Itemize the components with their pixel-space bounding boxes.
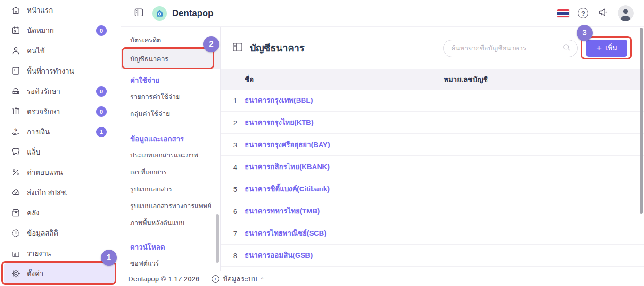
table-row[interactable]: 2 ธนาคารกรุงไทย(KTB): [221, 112, 644, 134]
sidebar-item-label: การเงิน: [27, 126, 50, 138]
sidebar-item-label: ส่งเบิก สปสช.: [27, 187, 68, 198]
submenu-label: ประเภทเอกสารและภาพ: [130, 150, 198, 160]
sidebar-item-examination[interactable]: ตรวจรักษา 0: [0, 101, 120, 122]
submenu-item-bank-account[interactable]: บัญชีธนาคาร: [121, 49, 220, 69]
count-badge: 0: [96, 25, 107, 36]
sidebar-item-lab[interactable]: แล็บ: [0, 142, 120, 162]
submenu-section-expenses: ค่าใช้จ่าย: [121, 73, 220, 88]
table-row[interactable]: 4 ธนาคารกสิกรไทย(KBANK): [221, 156, 644, 178]
money-hand-icon: $: [10, 127, 21, 137]
workspace-icon: [10, 66, 21, 76]
app-window: หน้าแรก นัดหมาย 0 คนไข้ พื้นที่การทำงาน …: [0, 0, 644, 286]
sidebar-item-finance[interactable]: $ การเงิน 1: [0, 122, 120, 142]
count-badge: 0: [96, 106, 107, 117]
row-index: 1: [228, 97, 242, 105]
calendar-icon: [10, 25, 21, 36]
submenu-item-document-number[interactable]: เลขที่เอกสาร: [121, 163, 220, 180]
sidebar-item-label: ตรวจรักษา: [27, 106, 60, 117]
svg-text:$: $: [14, 127, 17, 132]
bank-name-link[interactable]: ธนาคารกรุงไทย(KTB): [245, 117, 444, 128]
submenu-label: กลุ่มค่าใช้จ่าย: [130, 108, 170, 119]
bank-name-link[interactable]: ธนาคารกรุงศรีอยุธยา(BAY): [245, 139, 444, 150]
bank-name-link[interactable]: ธนาคารซิตี้แบงค์(Citibank): [245, 183, 444, 195]
submenu-item-document-types[interactable]: ประเภทเอกสารและภาพ: [121, 147, 220, 163]
copyright-text: Dentapop © 1.17 2026: [128, 275, 199, 283]
brand-name: Dentapop: [172, 8, 214, 18]
page-scrollbar-thumb[interactable]: [640, 28, 643, 214]
sidebar-item-label: รอคิวรักษา: [27, 86, 60, 97]
table-row[interactable]: 3 ธนาคารกรุงศรีอยุธยา(BAY): [221, 134, 644, 156]
page-panel-icon: [231, 41, 244, 55]
bank-name-link[interactable]: ธนาคารกสิกรไทย(KBANK): [245, 161, 444, 172]
submenu-item-software[interactable]: ซอฟต์แวร์: [121, 255, 220, 271]
sidebar-toggle-icon[interactable]: [133, 7, 144, 20]
thai-flag-language-icon[interactable]: [557, 9, 569, 17]
sidebar-item-treatment-queue[interactable]: รอคิวรักษา 0: [0, 81, 120, 101]
main-sidebar: หน้าแรก นัดหมาย 0 คนไข้ พื้นที่การทำงาน …: [0, 0, 120, 286]
submenu-label: รายการค่าใช้จ่าย: [130, 91, 180, 102]
table-row[interactable]: 8 ธนาคารออมสิน(GSB): [221, 245, 644, 267]
sidebar-item-nhso-claims[interactable]: ส่งเบิก สปสช.: [0, 182, 120, 203]
announcements-megaphone-icon[interactable]: [597, 7, 609, 20]
sidebar-item-label: ค่าตอบแทน: [27, 167, 63, 178]
sidebar-item-reports[interactable]: รายงาน: [0, 243, 120, 263]
submenu-label: รูปแบบเอกสาร: [130, 184, 172, 194]
submenu-item-expense-groups[interactable]: กลุ่มค่าใช้จ่าย: [121, 105, 220, 122]
submenu-item-template-background[interactable]: ภาพพื้นหลังต้นแบบ: [121, 214, 220, 231]
bank-accounts-table: ชื่อ หมายเลขบัญชี 1 ธนาคารกรุงเทพ(BBL) 2…: [221, 69, 644, 267]
sidebar-item-workspace[interactable]: พื้นที่การทำงาน: [0, 61, 120, 81]
submenu-item-medical-document-format[interactable]: รูปแบบเอกสารทางการแพทย์: [121, 197, 220, 214]
row-index: 8: [228, 252, 242, 260]
sidebar-item-home[interactable]: หน้าแรก: [0, 0, 120, 20]
user-avatar[interactable]: [618, 5, 634, 21]
sidebar-item-inventory[interactable]: คลัง: [0, 203, 120, 223]
submenu-section-data-documents: ข้อมูลและเอกสาร: [121, 131, 220, 147]
submenu-scrollbar-thumb[interactable]: [216, 214, 219, 263]
system-info-toggle[interactable]: i ข้อมูลระบบ ^: [212, 273, 263, 285]
stats-gauge-icon: [10, 228, 21, 238]
table-row[interactable]: 6 ธนาคารทหารไทย(TMB): [221, 200, 644, 222]
row-index: 7: [228, 229, 242, 237]
bank-name-link[interactable]: ธนาคารทหารไทย(TMB): [245, 205, 444, 217]
search-input[interactable]: [451, 44, 562, 52]
sidebar-item-label: รายงาน: [27, 248, 51, 259]
page-title: บัญชีธนาคาร: [250, 41, 305, 56]
table-row[interactable]: 7 ธนาคารไทยพาณิชย์(SCB): [221, 222, 644, 245]
submenu-label: ซอฟต์แวร์: [130, 258, 159, 269]
column-header-account: หมายเลขบัญชี: [444, 74, 644, 85]
dental-chair-icon: [10, 86, 21, 97]
sidebar-item-statistics[interactable]: ข้อมูลสถิติ: [0, 223, 120, 243]
help-icon[interactable]: ?: [578, 8, 588, 18]
bank-name-link[interactable]: ธนาคารไทยพาณิชย์(SCB): [245, 228, 444, 239]
sidebar-item-label: คนไข้: [27, 45, 45, 57]
sidebar-item-compensation[interactable]: ค่าตอบแทน: [0, 162, 120, 182]
table-row[interactable]: 1 ธนาคารกรุงเทพ(BBL): [221, 90, 644, 112]
submenu-item-expense-list[interactable]: รายการค่าใช้จ่าย: [121, 88, 220, 105]
submenu-label: เลขที่เอกสาร: [130, 167, 167, 177]
bank-name-link[interactable]: ธนาคารออมสิน(GSB): [245, 250, 444, 261]
table-header-row: ชื่อ หมายเลขบัญชี: [221, 69, 644, 90]
table-row[interactable]: 5 ธนาคารซิตี้แบงค์(Citibank): [221, 178, 644, 200]
cloud-check-icon: [10, 188, 21, 198]
sidebar-item-settings[interactable]: ตั้งค่า: [4, 263, 116, 284]
sidebar-item-label: ตั้งค่า: [27, 268, 44, 279]
submenu-item-document-format[interactable]: รูปแบบเอกสาร: [121, 180, 220, 197]
sidebar-item-label: หน้าแรก: [27, 5, 53, 16]
submenu-label: บัญชีธนาคาร: [130, 54, 168, 64]
row-index: 6: [228, 207, 242, 215]
settings-submenu: บัตรเครดิต บัญชีธนาคาร ค่าใช้จ่าย รายการ…: [121, 27, 221, 271]
header-actions: ?: [557, 5, 634, 21]
add-button[interactable]: + เพิ่ม: [586, 40, 627, 57]
sidebar-item-appointments[interactable]: นัดหมาย 0: [0, 20, 120, 41]
inventory-box-icon: [10, 208, 21, 218]
submenu-label: บัตรเครดิต: [130, 35, 161, 45]
sidebar-item-patients[interactable]: คนไข้: [0, 41, 120, 61]
search-box: [443, 40, 578, 57]
app-footer: Dentapop © 1.17 2026 i ข้อมูลระบบ ^: [121, 271, 644, 286]
submenu-item-credit-card[interactable]: บัตรเครดิต: [121, 32, 220, 49]
bank-name-link[interactable]: ธนาคารกรุงเทพ(BBL): [245, 95, 444, 106]
row-index: 2: [228, 119, 242, 127]
top-header: Dentapop ?: [121, 0, 644, 27]
report-chart-icon: [10, 248, 21, 259]
dental-tools-icon: [10, 106, 21, 117]
